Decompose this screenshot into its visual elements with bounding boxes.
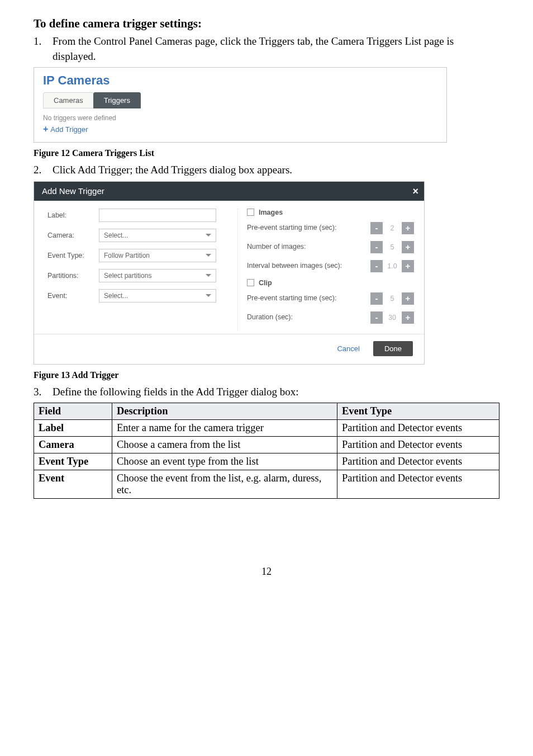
label-input[interactable]	[99, 209, 216, 222]
cell-field: Event	[34, 470, 112, 499]
event-label: Event:	[47, 292, 99, 300]
event-type-select[interactable]: Follow Partition	[99, 249, 216, 262]
step-1-text: From the Control Panel Cameras page, cli…	[53, 34, 499, 64]
interval-images-stepper[interactable]: - 1.0 +	[370, 260, 414, 272]
col-event-type: Event Type	[337, 403, 499, 420]
step-1-number: 1.	[34, 34, 53, 64]
col-description: Description	[112, 403, 337, 420]
table-row: Event Choose the event from the list, e.…	[34, 470, 499, 499]
pre-event-clip-stepper[interactable]: - 5 +	[370, 292, 414, 305]
add-new-trigger-dialog: Add New Trigger × Label: Camera: Select.…	[34, 181, 425, 365]
partitions-select[interactable]: Select partitions	[99, 269, 216, 282]
interval-images-value: 1.0	[383, 260, 402, 272]
tab-cameras[interactable]: Cameras	[43, 92, 94, 108]
table-row: Label Enter a name for the camera trigge…	[34, 420, 499, 437]
page-number: 12	[34, 566, 499, 578]
cell-etype: Partition and Detector events	[337, 470, 499, 499]
clip-section-head: Clip	[247, 279, 414, 287]
dialog-footer: Cancel Done	[34, 334, 424, 364]
cancel-button[interactable]: Cancel	[337, 344, 359, 353]
interval-images-label: Interval between images (sec):	[247, 262, 370, 270]
pre-event-images-stepper[interactable]: - 2 +	[370, 222, 414, 234]
step-3-text: Define the following fields in the Add T…	[53, 385, 499, 400]
field-definition-table: Field Description Event Type Label Enter…	[34, 403, 499, 499]
duration-stepper[interactable]: - 30 +	[370, 311, 414, 324]
camera-select-value: Select...	[104, 231, 128, 239]
plus-icon[interactable]: +	[402, 260, 414, 272]
partitions-select-value: Select partitions	[104, 272, 151, 280]
pre-event-clip-value: 5	[383, 292, 402, 305]
plus-icon[interactable]: +	[402, 241, 414, 253]
ip-cameras-title: IP Cameras	[43, 73, 437, 88]
cell-field: Event Type	[34, 453, 112, 470]
minus-icon[interactable]: -	[370, 222, 383, 234]
cell-desc: Choose an event type from the list	[112, 453, 337, 470]
step-2-text: Click Add Trigger; the Add Triggers dial…	[53, 163, 499, 178]
clip-checkbox[interactable]	[247, 279, 254, 286]
step-3: 3. Define the following fields in the Ad…	[34, 385, 499, 400]
cell-field: Camera	[34, 437, 112, 453]
partitions-label: Partitions:	[47, 272, 99, 280]
minus-icon[interactable]: -	[370, 311, 383, 324]
chevron-down-icon	[206, 274, 211, 277]
ip-cameras-panel: IP Cameras Cameras Triggers No triggers …	[34, 67, 447, 143]
cell-desc: Choose the event from the list, e.g. ala…	[112, 470, 337, 499]
images-checkbox[interactable]	[247, 209, 254, 216]
tab-triggers[interactable]: Triggers	[93, 92, 141, 108]
camera-select[interactable]: Select...	[99, 229, 216, 242]
number-of-images-stepper[interactable]: - 5 +	[370, 241, 414, 253]
chevron-down-icon	[206, 254, 211, 257]
cell-field: Label	[34, 420, 112, 437]
cell-etype: Partition and Detector events	[337, 453, 499, 470]
plus-icon: +	[43, 124, 48, 134]
minus-icon[interactable]: -	[370, 292, 383, 305]
images-head-label: Images	[259, 209, 283, 216]
cell-etype: Partition and Detector events	[337, 437, 499, 453]
dialog-title: Add New Trigger	[42, 186, 104, 196]
add-trigger-link[interactable]: + Add Trigger	[43, 124, 437, 134]
cell-desc: Choose a camera from the list	[112, 437, 337, 453]
step-1: 1. From the Control Panel Cameras page, …	[34, 34, 499, 64]
add-trigger-label: Add Trigger	[50, 125, 88, 134]
event-select[interactable]: Select...	[99, 289, 216, 303]
minus-icon[interactable]: -	[370, 241, 383, 253]
figure-13-caption: Figure 13 Add Trigger	[34, 370, 499, 380]
event-type-label: Event Type:	[47, 252, 99, 259]
label-label: Label:	[47, 211, 99, 219]
duration-value: 30	[383, 311, 402, 324]
dialog-header: Add New Trigger ×	[34, 182, 424, 201]
done-button[interactable]: Done	[373, 341, 413, 356]
minus-icon[interactable]: -	[370, 260, 383, 272]
duration-label: Duration (sec):	[247, 313, 370, 322]
event-type-select-value: Follow Partition	[104, 252, 150, 259]
no-triggers-text: No triggers were defined	[43, 114, 437, 122]
pre-event-images-value: 2	[383, 222, 402, 234]
pre-event-clip-label: Pre-event starting time (sec):	[247, 294, 370, 303]
plus-icon[interactable]: +	[402, 222, 414, 234]
clip-head-label: Clip	[259, 279, 272, 287]
page-heading: To define camera trigger settings:	[34, 17, 499, 31]
step-2: 2. Click Add Trigger; the Add Triggers d…	[34, 163, 499, 178]
step-2-number: 2.	[34, 163, 53, 178]
chevron-down-icon	[206, 234, 211, 237]
pre-event-images-label: Pre-event starting time (sec):	[247, 224, 370, 232]
figure-12-caption: Figure 12 Camera Triggers List	[34, 148, 499, 158]
col-field: Field	[34, 403, 112, 420]
cell-etype: Partition and Detector events	[337, 420, 499, 437]
event-select-value: Select...	[104, 292, 128, 300]
step-3-number: 3.	[34, 385, 53, 400]
table-row: Event Type Choose an event type from the…	[34, 453, 499, 470]
number-of-images-label: Number of images:	[247, 243, 370, 251]
tabs-row: Cameras Triggers	[43, 92, 437, 108]
table-row: Camera Choose a camera from the list Par…	[34, 437, 499, 453]
camera-label: Camera:	[47, 231, 99, 239]
chevron-down-icon	[206, 294, 211, 297]
close-icon[interactable]: ×	[412, 186, 418, 196]
cell-desc: Enter a name for the camera trigger	[112, 420, 337, 437]
images-section-head: Images	[247, 209, 414, 216]
number-of-images-value: 5	[383, 241, 402, 253]
plus-icon[interactable]: +	[402, 292, 414, 305]
table-header-row: Field Description Event Type	[34, 403, 499, 420]
plus-icon[interactable]: +	[402, 311, 414, 324]
